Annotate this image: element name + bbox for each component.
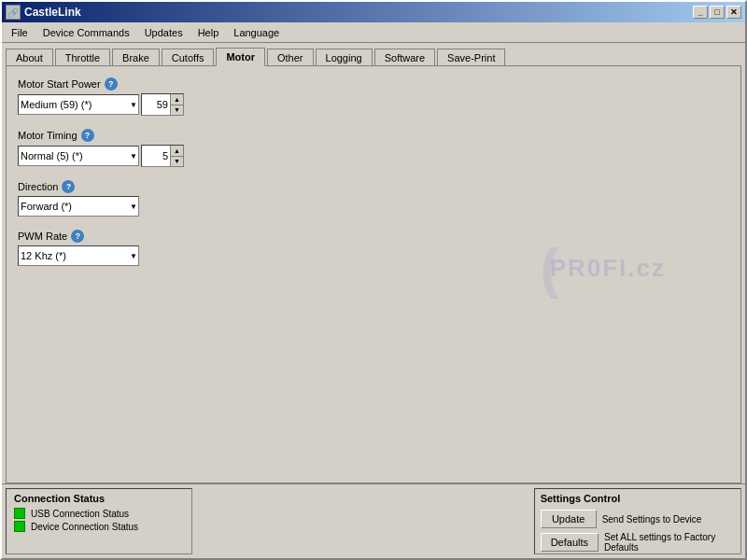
device-status-led [14, 521, 25, 532]
tab-motor[interactable]: Motor [216, 48, 265, 66]
tab-cutoffs[interactable]: Cutoffs [162, 49, 215, 66]
pwm-rate-select[interactable]: 12 Khz (*) 22 Khz (*) 8 Khz (*) [18, 245, 139, 266]
motor-start-power-input[interactable] [142, 94, 170, 115]
app-icon: 🔗 [6, 5, 21, 20]
maximize-button[interactable]: □ [710, 6, 725, 19]
motor-timing-input[interactable] [142, 146, 170, 166]
menu-updates[interactable]: Updates [137, 25, 190, 40]
motor-timing-spinner: ▲ ▼ [141, 145, 184, 167]
tab-logging[interactable]: Logging [316, 49, 373, 66]
update-row: Update Send Settings to Device [541, 510, 735, 528]
direction-section: Direction ? Forward (*) Reverse (*) [18, 180, 729, 217]
connection-status-title: Connection Status [14, 493, 184, 504]
main-window: 🔗 CastleLink _ □ ✕ File Device Commands … [0, 0, 747, 560]
menubar: File Device Commands Updates Help Langua… [2, 22, 745, 43]
pwm-rate-select-wrapper: 12 Khz (*) 22 Khz (*) 8 Khz (*) [18, 245, 139, 266]
motor-timing-label-row: Motor Timing ? [18, 129, 729, 142]
motor-start-power-section: Motor Start Power ? Medium (59) (*) Low … [18, 77, 729, 116]
settings-control-title: Settings Control [541, 493, 735, 504]
tab-software[interactable]: Software [374, 49, 435, 66]
pwm-rate-controls: 12 Khz (*) 22 Khz (*) 8 Khz (*) [18, 245, 729, 266]
window-title: CastleLink [24, 6, 693, 19]
menu-language[interactable]: Language [226, 25, 287, 40]
motor-start-power-label-row: Motor Start Power ? [18, 77, 729, 91]
motor-start-power-spin-buttons: ▲ ▼ [170, 94, 183, 115]
direction-label: Direction [18, 181, 58, 192]
menu-help[interactable]: Help [190, 25, 227, 40]
motor-timing-spin-down[interactable]: ▼ [170, 157, 183, 167]
pwm-rate-label: PWM Rate [18, 231, 67, 242]
statusbar-spacer [196, 488, 530, 554]
statusbar: Connection Status USB Connection Status … [2, 483, 745, 558]
motor-timing-spin-up[interactable]: ▲ [170, 146, 183, 157]
tab-brake[interactable]: Brake [112, 49, 160, 66]
defaults-row: Defaults Set ALL settings to Factory Def… [541, 532, 735, 553]
motor-timing-select[interactable]: Normal (5) (*) Low (0) (*) High (10) (*) [18, 146, 139, 166]
motor-timing-spin-buttons: ▲ ▼ [170, 146, 183, 166]
content-area: ( PR0FI.cz Motor Start Power ? Medium (5… [6, 65, 741, 483]
defaults-button[interactable]: Defaults [541, 533, 599, 552]
motor-start-power-spin-down[interactable]: ▼ [170, 105, 183, 116]
settings-control-panel: Settings Control Update Send Settings to… [534, 488, 741, 554]
direction-label-row: Direction ? [18, 180, 729, 193]
titlebar-buttons: _ □ ✕ [693, 6, 741, 19]
tabbar: About Throttle Brake Cutoffs Motor Other… [2, 43, 745, 65]
device-status-label: Device Connection Status [31, 522, 138, 532]
motor-start-power-select-wrapper: Medium (59) (*) Low (20) (*) High (80) (… [18, 94, 139, 115]
motor-timing-section: Motor Timing ? Normal (5) (*) Low (0) (*… [18, 129, 729, 167]
titlebar: 🔗 CastleLink _ □ ✕ [2, 2, 745, 22]
connection-status-panel: Connection Status USB Connection Status … [6, 488, 192, 554]
pwm-rate-help-icon[interactable]: ? [71, 230, 84, 243]
motor-start-power-spin-up[interactable]: ▲ [170, 94, 183, 105]
update-button[interactable]: Update [541, 510, 597, 528]
motor-start-power-spinner: ▲ ▼ [141, 93, 184, 116]
motor-timing-label: Motor Timing [18, 130, 78, 141]
motor-start-power-select[interactable]: Medium (59) (*) Low (20) (*) High (80) (… [18, 94, 139, 115]
motor-timing-help-icon[interactable]: ? [81, 129, 94, 142]
usb-status-led [14, 508, 25, 519]
direction-controls: Forward (*) Reverse (*) [18, 196, 729, 217]
motor-start-power-help-icon[interactable]: ? [105, 77, 118, 91]
usb-status-label: USB Connection Status [31, 509, 129, 519]
tab-about[interactable]: About [6, 49, 53, 66]
close-button[interactable]: ✕ [726, 6, 741, 19]
motor-timing-controls: Normal (5) (*) Low (0) (*) High (10) (*)… [18, 145, 729, 167]
set-factory-label: Set ALL settings to Factory Defaults [604, 532, 735, 553]
usb-status-row: USB Connection Status [14, 508, 184, 519]
tab-other[interactable]: Other [267, 49, 314, 66]
direction-help-icon[interactable]: ? [62, 180, 75, 193]
motor-timing-select-wrapper: Normal (5) (*) Low (0) (*) High (10) (*) [18, 146, 139, 166]
tab-throttle[interactable]: Throttle [55, 49, 110, 66]
menu-device-commands[interactable]: Device Commands [35, 25, 137, 40]
direction-select-wrapper: Forward (*) Reverse (*) [18, 196, 139, 217]
motor-start-power-label: Motor Start Power [18, 78, 101, 90]
direction-select[interactable]: Forward (*) Reverse (*) [18, 196, 139, 217]
pwm-rate-section: PWM Rate ? 12 Khz (*) 22 Khz (*) 8 Khz (… [18, 230, 729, 266]
motor-start-power-controls: Medium (59) (*) Low (20) (*) High (80) (… [18, 93, 729, 116]
tab-save-print[interactable]: Save-Print [437, 49, 505, 66]
send-settings-label: Send Settings to Device [602, 514, 702, 525]
menu-file[interactable]: File [4, 25, 35, 40]
minimize-button[interactable]: _ [693, 6, 708, 19]
device-status-row: Device Connection Status [14, 521, 184, 532]
pwm-rate-label-row: PWM Rate ? [18, 230, 729, 243]
